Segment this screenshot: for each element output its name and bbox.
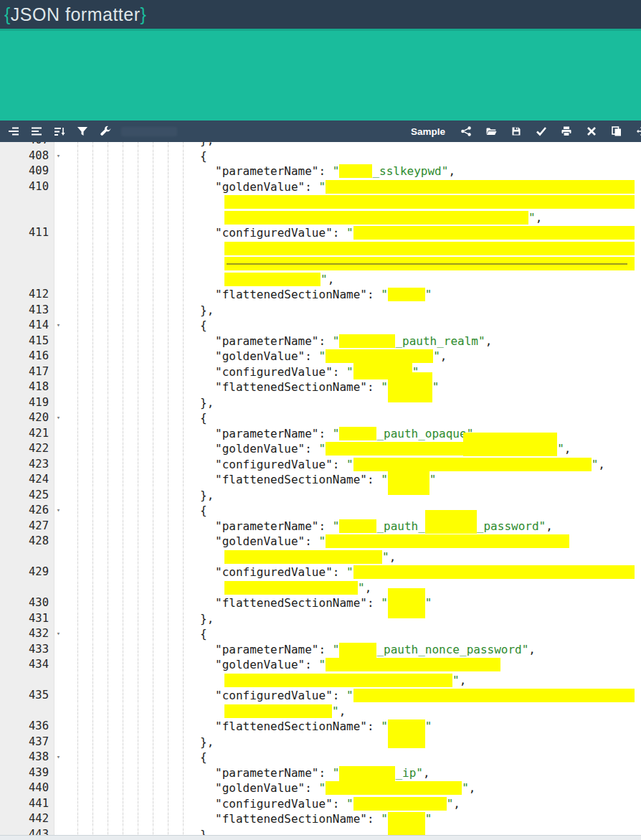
json-string-token: " <box>346 457 353 473</box>
json-code-editor[interactable]: 407},408▾{409"parameterName": "_sslkeypw… <box>0 142 641 835</box>
redaction-box <box>388 719 425 748</box>
json-string-token: " <box>346 225 353 241</box>
json-string-token: " <box>346 688 353 704</box>
redaction-box <box>339 427 376 440</box>
json-key-token: { <box>200 148 207 164</box>
indent-spacer <box>196 765 215 766</box>
json-key-token: , <box>546 519 553 534</box>
line-number: 420 <box>0 410 54 426</box>
json-key-token: , <box>460 673 467 689</box>
code-line: 441"configuredValue": "", <box>0 796 635 812</box>
indent-guides <box>63 796 196 812</box>
json-string-token: " <box>425 287 432 303</box>
indent-guides <box>63 488 196 504</box>
json-key-token: , <box>423 765 430 781</box>
code-line: 432▾{ <box>0 626 635 642</box>
sample-button[interactable]: Sample <box>411 126 445 137</box>
logo-title: JSON formatter <box>11 4 141 24</box>
indent-spacer <box>196 457 215 458</box>
line-number: 431 <box>0 611 54 627</box>
indent-spacer <box>196 673 224 674</box>
filter-icon[interactable] <box>76 126 88 138</box>
folder-open-icon[interactable] <box>485 126 497 138</box>
toolbar-left-icons <box>7 126 111 138</box>
redaction-box <box>224 242 635 255</box>
fold-marker[interactable]: ▾ <box>54 148 63 164</box>
fold-marker[interactable]: ▾ <box>54 318 63 334</box>
code-line: 420▾{ <box>0 410 635 426</box>
json-string-token: _pauth_ <box>376 519 424 534</box>
json-string-token: " <box>319 534 326 549</box>
save-icon[interactable] <box>510 126 522 138</box>
json-string-token: " <box>447 796 454 812</box>
code-line: 414▾{ <box>0 318 635 334</box>
format-indent-icon[interactable] <box>7 126 19 138</box>
ad-banner <box>0 29 641 121</box>
json-key-token: "flattenedSectionName": <box>215 472 381 488</box>
code-line: 428"goldenValue": " <box>0 534 635 549</box>
line-number: 418 <box>0 379 54 395</box>
indent-guides <box>63 642 196 658</box>
indent-guides <box>63 272 196 288</box>
indent-spacer <box>196 334 215 334</box>
json-key-token: }, <box>200 488 214 504</box>
json-key-token: { <box>200 626 207 642</box>
code-line: 419}, <box>0 395 635 411</box>
line-number: 440 <box>0 780 54 796</box>
line-number: 434 <box>0 657 54 673</box>
line-number: 429 <box>0 565 54 580</box>
redaction-box <box>224 674 452 687</box>
json-string-token: " <box>346 796 353 812</box>
copy-icon[interactable] <box>610 126 622 138</box>
code-line <box>0 241 635 257</box>
fold-marker[interactable]: ▾ <box>54 503 63 519</box>
wrench-icon[interactable] <box>99 126 111 138</box>
expand-icon[interactable] <box>635 126 641 138</box>
indent-guides <box>63 750 196 765</box>
line-number: 421 <box>0 426 54 442</box>
fold-marker[interactable]: ▾ <box>54 750 63 765</box>
fold-marker[interactable]: ▾ <box>54 626 63 642</box>
code-line: ", <box>0 210 635 226</box>
indent-guides <box>63 472 196 488</box>
code-line: 409"parameterName": "_sslkeypwd", <box>0 164 635 179</box>
line-number: 408 <box>0 148 54 164</box>
share-icon[interactable] <box>460 126 472 138</box>
sort-icon[interactable] <box>53 126 65 138</box>
json-key-token: "parameterName": <box>215 642 333 658</box>
close-icon[interactable] <box>585 126 597 138</box>
line-number: 417 <box>0 364 54 380</box>
print-icon[interactable] <box>560 126 572 138</box>
fold-marker[interactable]: ▾ <box>54 410 63 426</box>
redaction-box <box>388 372 432 402</box>
json-string-token: " <box>319 441 326 457</box>
line-number: 432 <box>0 626 54 642</box>
format-compact-icon[interactable] <box>30 126 42 138</box>
json-key-token: "goldenValue": <box>215 657 319 673</box>
indent-spacer <box>196 225 215 226</box>
app-logo[interactable]: {JSON formatter} <box>4 4 146 25</box>
line-number: 438 <box>0 750 54 765</box>
json-string-token: " <box>333 426 340 442</box>
redaction-box <box>224 211 528 225</box>
redaction-box <box>388 588 425 618</box>
redaction-box <box>224 550 382 564</box>
json-key-token: , <box>598 457 605 473</box>
json-string-token: " <box>381 379 388 395</box>
check-icon[interactable] <box>535 126 547 138</box>
indent-spacer <box>196 210 224 211</box>
json-string-token: _pauth_nonce_password" <box>376 642 528 658</box>
code-line: 411"configuredValue": " <box>0 225 635 241</box>
indent-guides <box>63 580 196 596</box>
indent-guides <box>63 457 196 473</box>
line-number: 407 <box>0 142 54 148</box>
code-line: 427"parameterName": "_pauth__password", <box>0 519 635 534</box>
indent-spacer <box>196 349 215 349</box>
redaction-box <box>353 797 447 811</box>
code-line: 436"flattenedSectionName": "" <box>0 719 635 735</box>
code-line: 415"parameterName": "_pauth_realm", <box>0 334 635 349</box>
json-key-token: "configuredValue": <box>215 225 346 241</box>
json-key-token: "flattenedSectionName": <box>215 719 381 735</box>
json-key-token: "parameterName": <box>215 164 333 179</box>
json-key-token: "goldenValue": <box>215 349 319 364</box>
